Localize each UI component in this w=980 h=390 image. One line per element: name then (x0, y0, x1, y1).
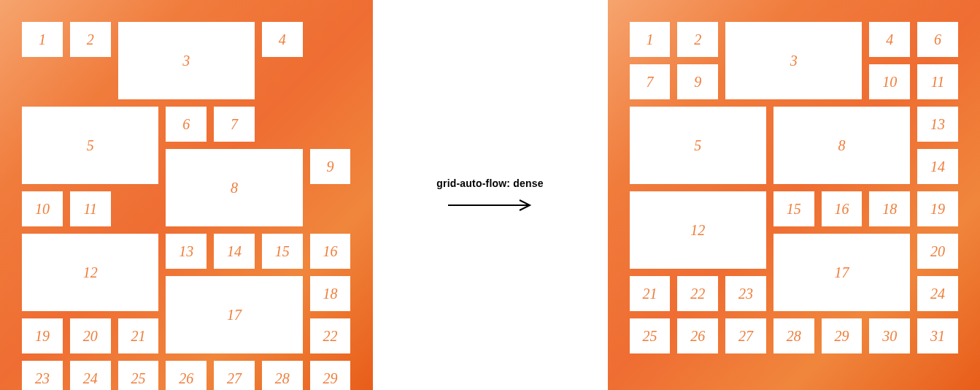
grid-cell: 15 (773, 191, 814, 226)
grid-cell: 30 (869, 318, 910, 353)
grid-cell: 24 (70, 361, 111, 390)
grid-cell: 8 (773, 107, 910, 184)
grid-cell: 27 (214, 361, 255, 390)
grid-cell: 1 (22, 22, 63, 57)
grid-cell: 5 (630, 107, 766, 184)
grid-cell: 9 (310, 149, 351, 184)
grid-cell: 11 (70, 191, 111, 226)
grid-cell: 12 (630, 191, 766, 269)
grid-cell: 20 (917, 234, 958, 269)
grid-panel-sparse: 1234567891011121314151617181920212223242… (0, 0, 373, 390)
grid-cell: 25 (630, 318, 671, 353)
grid-cell: 2 (70, 22, 111, 57)
grid-cell: 27 (725, 318, 766, 353)
grid-cell: 12 (22, 234, 158, 311)
grid-cell: 29 (310, 361, 351, 390)
grid-cell: 17 (166, 276, 302, 353)
grid-cell: 4 (262, 22, 303, 57)
grid-cell: 7 (214, 107, 255, 142)
grid-cell: 3 (118, 22, 255, 99)
grid-cell: 24 (917, 276, 958, 311)
grid-cell: 11 (917, 64, 958, 99)
grid-cell: 19 (917, 191, 958, 226)
grid-cell: 21 (630, 276, 671, 311)
grid-cell: 6 (917, 22, 958, 57)
grid-cell: 22 (310, 318, 351, 353)
grid-cell: 7 (630, 64, 671, 99)
grid-cell: 16 (822, 191, 863, 226)
grid-cell: 31 (917, 318, 958, 353)
arrow-right-icon (447, 198, 534, 213)
grid-cell: 22 (677, 276, 718, 311)
property-label: grid-auto-flow: dense (436, 177, 544, 189)
grid-cell: 2 (677, 22, 718, 57)
grid-cell: 13 (166, 234, 207, 269)
grid-panel-dense: 1234567891011121314151617181920212223242… (608, 0, 980, 390)
grid-cell: 18 (869, 191, 910, 226)
grid-cell: 28 (773, 318, 814, 353)
grid-cell: 16 (310, 234, 351, 269)
grid-cell: 10 (22, 191, 63, 226)
grid-cell: 5 (22, 107, 158, 184)
grid-cell: 4 (869, 22, 910, 57)
grid-cell: 26 (166, 361, 207, 390)
grid-cell: 14 (214, 234, 255, 269)
grid-cell: 28 (262, 361, 303, 390)
grid-cell: 6 (166, 107, 207, 142)
grid-cell: 18 (310, 276, 351, 311)
grid-cell: 29 (822, 318, 863, 353)
grid-cell: 19 (22, 318, 63, 353)
grid-cell: 17 (773, 234, 910, 311)
grid-cell: 21 (118, 318, 159, 353)
grid-cell: 14 (917, 149, 958, 184)
grid-cell: 23 (22, 361, 63, 390)
grid-cell: 20 (70, 318, 111, 353)
grid-cell: 15 (262, 234, 303, 269)
grid-cell: 13 (917, 107, 958, 142)
grid-cell: 10 (869, 64, 910, 99)
grid-cell: 26 (677, 318, 718, 353)
grid-cell: 3 (725, 22, 862, 99)
grid-cell: 23 (725, 276, 766, 311)
grid-cell: 8 (166, 149, 302, 226)
grid-cell: 1 (630, 22, 671, 57)
grid-cell: 25 (118, 361, 159, 390)
grid-cell: 9 (677, 64, 718, 99)
transition-label-group: grid-auto-flow: dense (417, 177, 564, 213)
